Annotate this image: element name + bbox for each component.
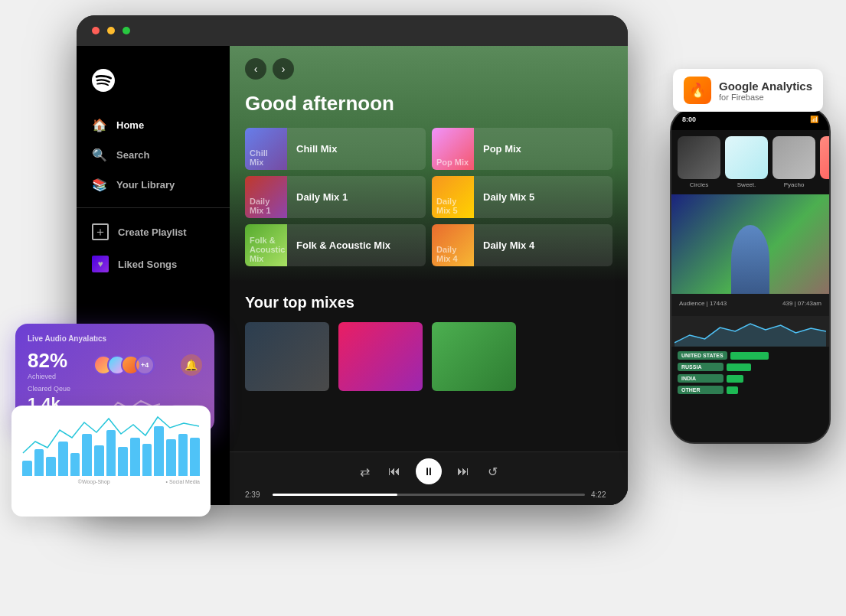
country-other: OTHER: [678, 386, 823, 394]
phone-signal: 📶: [810, 116, 818, 123]
live-achieved-label: Achieved: [28, 373, 67, 380]
nav-item-home[interactable]: 🏠 Home: [77, 110, 230, 140]
mix-card-pop[interactable]: Pop Mix Pop Mix: [432, 128, 612, 170]
mix-card-daily1[interactable]: Daily Mix 1 Daily Mix 1: [245, 176, 426, 218]
bar-russia: [727, 363, 751, 371]
total-time: 4:22: [591, 491, 612, 499]
sidebar-divider: [77, 207, 230, 208]
mix-tag-folk: Folk & Acoustic Mix: [247, 234, 287, 265]
next-button[interactable]: ⏭: [454, 461, 472, 481]
liked-songs-label: Liked Songs: [118, 259, 177, 270]
album-img-pyacho: [773, 136, 815, 179]
phone-wave: [671, 316, 829, 347]
chart-bar: [70, 453, 80, 476]
play-pause-button[interactable]: ⏸: [416, 458, 442, 484]
phone-album-4[interactable]: [820, 136, 829, 188]
ga-title: Google Analytics: [719, 80, 812, 93]
nav-buttons: ‹ ›: [245, 58, 612, 80]
live-card-title: Live Audio Anyalatıcs: [28, 334, 202, 343]
mix-name-daily5: Daily Mix 5: [474, 191, 544, 203]
phone-device: 8:00 📶 Circles Sweet. Pyacho: [670, 107, 831, 444]
tablet-top-bar: [77, 15, 628, 46]
progress-fill: [273, 494, 397, 496]
chart-bar: [130, 438, 140, 476]
country-us: UNITED STATES: [678, 351, 823, 360]
phone-album-sweet[interactable]: Sweet.: [725, 136, 768, 188]
prev-button[interactable]: ⏮: [385, 461, 403, 481]
create-playlist-action[interactable]: ＋ Create Playlist: [77, 216, 230, 248]
minimize-dot[interactable]: [107, 27, 115, 34]
ga-subtitle: for Firebase: [719, 93, 812, 102]
scroll-content: Your top mixes: [230, 282, 628, 451]
mix-tag-chill: Chill Mix: [247, 147, 287, 168]
chart-bar: [34, 449, 44, 476]
country-name-india: INDIA: [678, 374, 724, 383]
chart-bar: [82, 434, 92, 476]
mix-card-daily5[interactable]: Daily Mix 5 Daily Mix 5: [432, 176, 612, 218]
country-bars: UNITED STATES RUSSIA INDIA OTHER: [671, 347, 829, 402]
nav-item-search[interactable]: 🔍 Search: [77, 140, 230, 170]
mix-thumb-daily5: Daily Mix 5: [432, 176, 474, 218]
album-label-circles: Circles: [678, 181, 720, 188]
phone-album-pyacho[interactable]: Pyacho: [773, 136, 815, 188]
chart-bar: [154, 426, 164, 476]
progress-bar[interactable]: [273, 494, 585, 496]
close-dot[interactable]: [92, 27, 100, 34]
library-icon: 📚: [92, 178, 107, 192]
mix-thumb-chill: Chill Mix: [245, 128, 287, 170]
mix-thumb-daily1: Daily Mix 1: [245, 176, 287, 218]
live-percent-block: 82% Achieved: [28, 349, 67, 380]
create-playlist-label: Create Playlist: [118, 227, 187, 238]
top-mix-1[interactable]: [245, 322, 329, 391]
nav-item-library[interactable]: 📚 Your Library: [77, 170, 230, 200]
chart-bar: [118, 447, 128, 476]
back-button[interactable]: ‹: [245, 58, 266, 80]
bar-india: [727, 375, 743, 383]
mix-tag-daily4: Daily Mix 4: [433, 243, 474, 265]
concert-image: [671, 194, 829, 294]
chart-bar: [106, 430, 116, 476]
performer-silhouette: [731, 225, 769, 294]
mix-thumb-folk: Folk & Acoustic Mix: [245, 224, 287, 266]
mix-card-folk[interactable]: Folk & Acoustic Mix Folk & Acoustic Mix: [245, 224, 426, 266]
mix-thumb-daily4: Daily Mix 4: [432, 224, 474, 266]
chart-bar: [94, 445, 104, 476]
mix-name-pop: Pop Mix: [474, 143, 531, 155]
wave-chart: [675, 316, 826, 347]
chart-bar: [58, 442, 68, 476]
top-mix-3[interactable]: [432, 322, 516, 391]
shuffle-button[interactable]: ⇄: [357, 461, 373, 482]
player-bar: ⇄ ⏮ ⏸ ⏭ ↺ 2:39 4:22: [230, 451, 628, 505]
country-russia: RUSSIA: [678, 363, 823, 371]
top-mix-2[interactable]: [338, 322, 423, 391]
phone-content: Circles Sweet. Pyacho Audience | 17443 4…: [671, 130, 829, 442]
main-header: ‹ › Good afternoon Chill Mix Chill Mix P…: [230, 46, 628, 282]
current-time: 2:39: [245, 491, 266, 499]
repeat-button[interactable]: ↺: [485, 461, 501, 482]
mix-name-daily4: Daily Mix 4: [474, 240, 544, 251]
live-percent-row: 82% Achieved +4 🔔: [28, 349, 202, 380]
spotify-logo-icon: [92, 69, 115, 92]
country-india: INDIA: [678, 374, 823, 383]
nav-library-label: Your Library: [116, 179, 175, 191]
country-name-other: OTHER: [678, 386, 724, 394]
chart-bar: [190, 438, 200, 476]
top-mixes-row: [245, 322, 612, 391]
mix-card-daily4[interactable]: Daily Mix 4 Daily Mix 4: [432, 224, 612, 266]
phone-music-row: Circles Sweet. Pyacho: [671, 130, 829, 194]
nav-search-label: Search: [116, 149, 149, 161]
mix-tag-pop: Pop Mix: [433, 156, 472, 168]
phone-album-circles[interactable]: Circles: [678, 136, 720, 188]
avatar-more: +4: [135, 355, 155, 375]
bell-icon[interactable]: 🔔: [181, 354, 202, 376]
chart-labels: ©Woop-Shop • Social Media: [22, 479, 200, 484]
spotify-logo: [77, 61, 230, 110]
forward-button[interactable]: ›: [273, 58, 294, 80]
mix-card-chill[interactable]: Chill Mix Chill Mix: [245, 128, 426, 170]
live-percent-value: 82%: [28, 349, 67, 373]
fullscreen-dot[interactable]: [122, 27, 130, 34]
ga-logo: 🔥: [684, 77, 711, 104]
liked-songs-action[interactable]: ♥ Liked Songs: [77, 248, 230, 280]
progress-row: 2:39 4:22: [245, 491, 612, 499]
country-name-us: UNITED STATES: [678, 351, 727, 360]
